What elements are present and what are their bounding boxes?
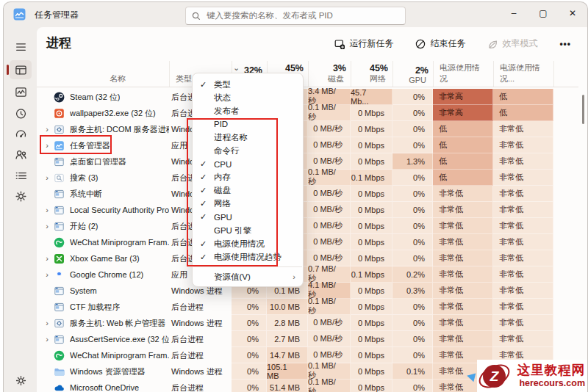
scrollbar-thumb[interactable] [582, 95, 584, 124]
window-icon [54, 302, 65, 313]
table-row[interactable]: ›搜索 (3)后台进程0.1 MB/秒0.1 Mbps0%低非常低 [37, 170, 578, 186]
expander-icon[interactable]: › [40, 319, 54, 327]
end-task-button[interactable]: 结束任务 [409, 35, 471, 53]
process-name-cell: Steam (32 位) [37, 89, 169, 105]
table-row[interactable]: CTF 加载程序后台进程0%10.0 MB0.1 MB/秒0 Mbps0%非常低… [37, 299, 578, 315]
submenu-arrow-icon: › [293, 272, 295, 281]
table-row[interactable]: ›服务主机: Web 帐户管理器Windows 进程0%2.8 MB0 MB/秒… [37, 315, 578, 331]
processes-icon [15, 64, 27, 76]
process-name-cell: ›搜索 (3) [37, 170, 169, 186]
sidebar-item-details[interactable] [10, 166, 32, 185]
table-row[interactable]: ›AsusCertService.exe (32 位)后台进程0%2.7 MB0… [37, 331, 578, 347]
expander-icon[interactable]: › [40, 173, 54, 182]
vertical-scrollbar[interactable] [578, 61, 587, 392]
annotation-box-menu-items [187, 118, 278, 266]
expander-icon[interactable]: › [40, 335, 54, 344]
metric-cell: 0% [392, 347, 433, 363]
sort-indicator-icon: ⌄ [233, 63, 240, 73]
window-icon [54, 156, 65, 167]
metric-cell: 0.1 MB/秒 [308, 105, 351, 121]
xbox-icon [54, 253, 65, 264]
metric-cell: 0% [392, 105, 433, 121]
sidebar-item-performance[interactable] [10, 82, 32, 101]
metric-cell: 0% [392, 380, 433, 392]
metric-cell: 0 MB/秒 [308, 331, 351, 347]
users-icon [15, 148, 27, 161]
metric-cell: 0 MB/秒 [308, 202, 351, 218]
svchost-icon [54, 318, 65, 329]
run-new-task-button[interactable]: 运行新任务 [329, 35, 399, 53]
column-header-power-usage-trend[interactable]: 电源使用情况... [493, 61, 553, 87]
history-icon [15, 107, 27, 120]
expander-icon[interactable]: › [40, 254, 54, 263]
metric-cell: 非常低 [493, 121, 553, 137]
window-icon [54, 189, 65, 200]
sidebar-item-app-history[interactable] [10, 104, 32, 123]
process-name-cell: ›开始 (2) [37, 218, 169, 234]
metric-cell: 0 Mbps [351, 137, 392, 153]
column-header-network[interactable]: 45%网络 [351, 61, 392, 87]
metric-cell: 0.1% [392, 363, 433, 380]
table-row[interactable]: WeChat Miniprogram Fram...后台进程0 MB/秒0 Mb… [37, 234, 578, 250]
maximize-button[interactable]: ▢ [528, 2, 558, 24]
sidebar-item-services[interactable] [10, 186, 32, 206]
metric-cell: 0 MB/秒 [308, 137, 351, 153]
menu-item-状态[interactable]: 状态 [193, 91, 303, 104]
expander-icon[interactable]: › [40, 125, 54, 134]
metric-cell: 非常低 [433, 331, 493, 347]
leaf-icon [487, 39, 498, 49]
table-row[interactable]: ›任务管理器应用0 MB/秒0 Mbps0%低非常低 [37, 137, 578, 153]
hamburger-icon [15, 40, 27, 53]
sidebar-item-startup-apps[interactable] [10, 124, 32, 143]
metric-cell: 0% [392, 137, 433, 153]
more-options-button[interactable]: ••• [553, 36, 577, 52]
metric-cell: 低 [433, 121, 493, 137]
column-header-power-usage[interactable]: 电源使用情况 [433, 61, 493, 87]
metric-cell: 0.1 MB/秒 [308, 170, 351, 186]
watermark-logo: Z [480, 361, 509, 391]
expander-icon[interactable]: › [40, 270, 54, 279]
metric-cell: 非常低 [493, 186, 553, 202]
watermark: Z 这里教程网 herecours.com [477, 360, 587, 392]
metric-cell: 0 Mbps [351, 347, 392, 363]
menu-item-resource-values[interactable]: 资源值(V)› [193, 270, 303, 283]
metric-cell: 0 MB/秒 [308, 315, 351, 331]
minimize-button[interactable]: – [499, 2, 528, 24]
sidebar-item-processes[interactable] [10, 60, 32, 79]
onedrive-icon [54, 382, 65, 392]
table-row[interactable]: wallpaper32.exe (32 位)后台进程0.1 MB/秒0 Mbps… [37, 105, 578, 121]
metric-cell: 10.0 MB [267, 299, 308, 315]
menu-item-类型[interactable]: ✓类型 [193, 78, 303, 91]
metric-cell: 0 Mbps [351, 380, 392, 392]
menu-item-发布者[interactable]: 发布者 [193, 104, 303, 117]
table-row[interactable]: ›服务主机: DCOM 服务器进程...Windows 进程0 MB/秒0 Mb… [37, 121, 578, 137]
metric-cell: 0% [392, 202, 433, 218]
metric-cell: 非常低 [433, 218, 493, 234]
expander-icon[interactable]: › [40, 222, 54, 231]
table-row[interactable]: ›开始 (2)后台进程0 MB/秒0 Mbps0%非常低非常低 [37, 218, 578, 234]
expander-icon[interactable]: › [40, 206, 54, 214]
metric-cell: 0 MB/秒 [308, 186, 351, 202]
column-header-name[interactable]: 名称 [37, 61, 169, 87]
close-button[interactable]: ✕ [558, 2, 587, 24]
window-icon [54, 221, 65, 232]
details-icon [15, 170, 27, 182]
table-row[interactable]: 系统中断Windows 进程0 MB/秒0 Mbps0%非常低非常低 [37, 186, 578, 202]
metric-cell: 0% [392, 315, 433, 331]
column-header-gpu[interactable]: 2%GPU [392, 61, 433, 87]
sidebar-item-settings[interactable] [10, 371, 32, 390]
metric-cell: 非常低 [493, 202, 553, 218]
search-icon [192, 12, 201, 21]
table-row[interactable]: ›Local Security Authority Pro...Windows … [37, 202, 578, 218]
sidebar-item-menu-toggle[interactable] [10, 37, 32, 56]
metric-cell: 0% [392, 121, 433, 137]
sidebar-item-users[interactable] [10, 145, 32, 164]
metric-cell: 非常低 [433, 234, 493, 250]
metric-cell: 非常低 [433, 315, 493, 331]
metric-cell: 低 [433, 137, 493, 153]
column-header-disk[interactable]: 3%磁盘 [308, 61, 351, 87]
app-icon [13, 8, 26, 21]
search-input[interactable]: 键入要搜索的名称、发布者或 PID [185, 7, 406, 25]
metric-cell: 0.2% [392, 266, 433, 283]
wallpaper-icon [54, 108, 65, 119]
